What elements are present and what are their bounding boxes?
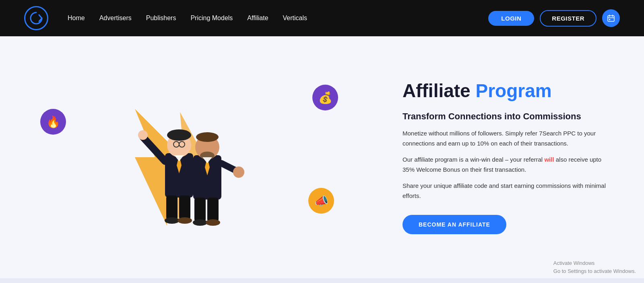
svg-rect-19 bbox=[179, 196, 190, 220]
svg-rect-4 bbox=[609, 19, 610, 20]
nav-home[interactable]: Home bbox=[68, 15, 85, 22]
hero-title-part1: Affiliate bbox=[402, 80, 471, 101]
hero-desc-1: Monetize without millions of followers. … bbox=[402, 128, 612, 149]
business-illustration bbox=[103, 77, 284, 238]
megaphone-badge-icon: 📣 bbox=[308, 188, 334, 214]
become-affiliate-button[interactable]: BECOME AN AFFILIATE bbox=[402, 215, 506, 234]
hero-content: Affiliate Program Transform Connections … bbox=[386, 56, 644, 258]
hero-title-part2: Program bbox=[475, 80, 551, 101]
nav-advertisers[interactable]: Advertisers bbox=[99, 15, 132, 22]
svg-point-34 bbox=[206, 219, 220, 226]
main-header: Home Advertisers Publishers Pricing Mode… bbox=[0, 0, 644, 36]
svg-point-16 bbox=[138, 130, 148, 140]
svg-rect-0 bbox=[608, 16, 614, 21]
calendar-button[interactable] bbox=[602, 9, 620, 27]
header-actions: LOGIN REGISTER bbox=[488, 9, 620, 27]
main-nav: Home Advertisers Publishers Pricing Mode… bbox=[68, 15, 488, 22]
hero-subtitle: Transform Connections into Commissions bbox=[402, 111, 612, 122]
svg-point-9 bbox=[167, 129, 191, 141]
hero-section: 🔥 💰 📣 bbox=[0, 36, 644, 278]
svg-point-20 bbox=[165, 217, 179, 224]
fire-badge-icon: 🔥 bbox=[40, 109, 66, 135]
nav-verticals[interactable]: Verticals bbox=[283, 15, 307, 22]
nav-affiliate[interactable]: Affiliate bbox=[247, 15, 268, 22]
svg-point-33 bbox=[193, 219, 207, 226]
svg-rect-32 bbox=[207, 198, 219, 222]
logo[interactable] bbox=[24, 6, 48, 30]
register-button[interactable]: REGISTER bbox=[540, 10, 597, 27]
svg-rect-31 bbox=[194, 198, 206, 222]
nav-pricing-models[interactable]: Pricing Models bbox=[190, 15, 233, 22]
nav-publishers[interactable]: Publishers bbox=[146, 15, 176, 22]
footer-strip bbox=[0, 278, 644, 283]
hero-desc-3: Share your unique affiliate code and sta… bbox=[402, 181, 612, 201]
hero-desc-2: Our affiliate program is a win-win deal … bbox=[402, 154, 612, 175]
svg-rect-18 bbox=[166, 196, 178, 220]
svg-point-24 bbox=[196, 132, 219, 142]
login-button[interactable]: LOGIN bbox=[488, 11, 534, 26]
hero-illustration: 🔥 💰 📣 bbox=[0, 52, 386, 262]
logo-icon bbox=[24, 6, 48, 30]
svg-point-21 bbox=[178, 217, 192, 224]
svg-point-29 bbox=[233, 166, 244, 178]
hero-title: Affiliate Program bbox=[402, 80, 612, 102]
money-badge-icon: 💰 bbox=[312, 85, 338, 110]
